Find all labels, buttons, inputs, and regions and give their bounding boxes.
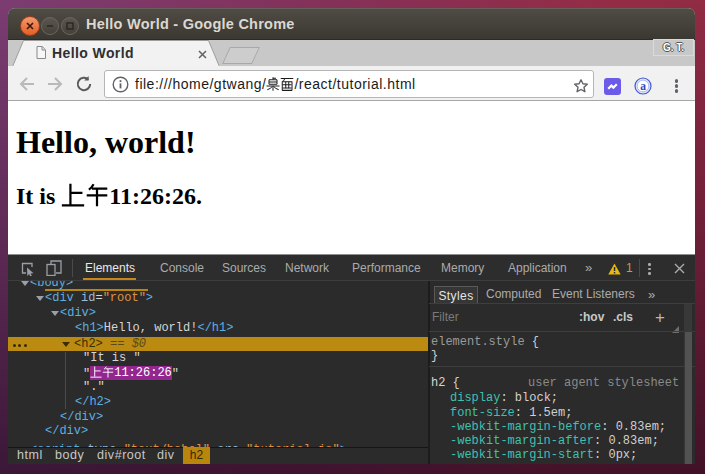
svg-text:a: a — [640, 80, 646, 92]
